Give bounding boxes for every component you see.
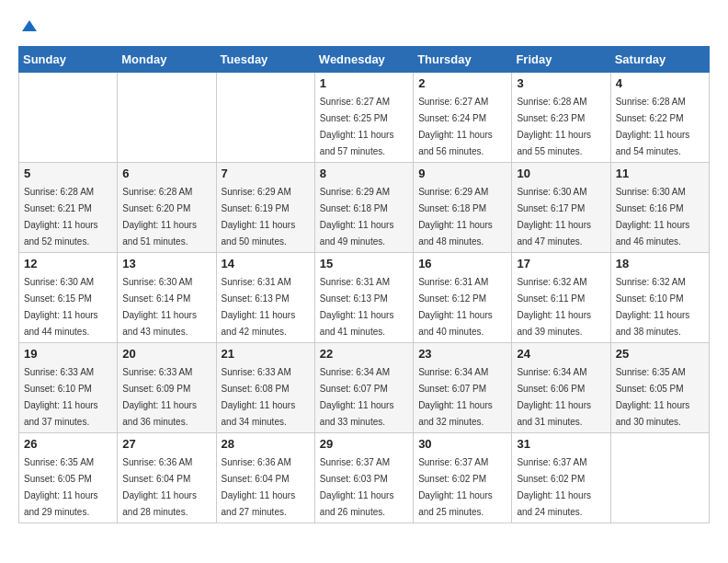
day-number: 12: [24, 257, 112, 270]
calendar-table: SundayMondayTuesdayWednesdayThursdayFrid…: [18, 46, 710, 523]
day-info: Sunrise: 6:31 AMSunset: 6:13 PMDaylight:…: [320, 277, 394, 337]
day-info: Sunrise: 6:33 AMSunset: 6:10 PMDaylight:…: [24, 367, 98, 427]
weekday-header: Tuesday: [216, 47, 314, 73]
day-info: Sunrise: 6:28 AMSunset: 6:23 PMDaylight:…: [517, 97, 591, 156]
day-number: 20: [122, 347, 210, 361]
calendar-cell: 21 Sunrise: 6:33 AMSunset: 6:08 PMDaylig…: [216, 343, 314, 433]
weekday-header: Wednesday: [314, 47, 413, 73]
calendar-week-row: 1 Sunrise: 6:27 AMSunset: 6:25 PMDayligh…: [19, 73, 710, 163]
day-info: Sunrise: 6:30 AMSunset: 6:17 PMDaylight:…: [517, 187, 591, 247]
weekday-header: Friday: [512, 47, 610, 73]
calendar-cell: 11 Sunrise: 6:30 AMSunset: 6:16 PMDaylig…: [610, 163, 709, 253]
calendar-cell: 22 Sunrise: 6:34 AMSunset: 6:07 PMDaylig…: [314, 343, 413, 433]
calendar-cell: 16 Sunrise: 6:31 AMSunset: 6:12 PMDaylig…: [414, 253, 512, 343]
calendar-cell: [610, 433, 709, 523]
logo-icon: [20, 18, 39, 37]
day-number: 29: [320, 437, 408, 451]
calendar-week-row: 19 Sunrise: 6:33 AMSunset: 6:10 PMDaylig…: [19, 343, 710, 433]
day-number: 22: [320, 347, 408, 361]
day-info: Sunrise: 6:28 AMSunset: 6:20 PMDaylight:…: [122, 187, 197, 247]
day-info: Sunrise: 6:29 AMSunset: 6:19 PMDaylight:…: [222, 187, 296, 247]
day-info: Sunrise: 6:32 AMSunset: 6:11 PMDaylight:…: [517, 277, 591, 337]
day-info: Sunrise: 6:37 AMSunset: 6:03 PMDaylight:…: [320, 457, 394, 517]
calendar-cell: 23 Sunrise: 6:34 AMSunset: 6:07 PMDaylig…: [414, 343, 512, 433]
calendar-cell: 14 Sunrise: 6:31 AMSunset: 6:13 PMDaylig…: [216, 253, 314, 343]
calendar-cell: 1 Sunrise: 6:27 AMSunset: 6:25 PMDayligh…: [314, 73, 413, 163]
calendar-cell: 15 Sunrise: 6:31 AMSunset: 6:13 PMDaylig…: [314, 253, 413, 343]
calendar-cell: 27 Sunrise: 6:36 AMSunset: 6:04 PMDaylig…: [118, 433, 216, 523]
day-number: 21: [222, 347, 310, 361]
day-number: 19: [24, 347, 112, 361]
day-number: 14: [222, 257, 310, 270]
day-info: Sunrise: 6:29 AMSunset: 6:18 PMDaylight:…: [418, 187, 493, 247]
day-number: 27: [122, 437, 210, 451]
calendar-cell: [118, 73, 216, 163]
day-info: Sunrise: 6:37 AMSunset: 6:02 PMDaylight:…: [517, 457, 591, 517]
page-header: [18, 18, 710, 37]
day-number: 18: [616, 257, 704, 270]
day-info: Sunrise: 6:27 AMSunset: 6:25 PMDaylight:…: [320, 97, 394, 156]
calendar-cell: 5 Sunrise: 6:28 AMSunset: 6:21 PMDayligh…: [19, 163, 118, 253]
calendar-cell: 19 Sunrise: 6:33 AMSunset: 6:10 PMDaylig…: [19, 343, 118, 433]
day-number: 15: [320, 257, 408, 270]
day-number: 6: [122, 167, 210, 180]
calendar-cell: 30 Sunrise: 6:37 AMSunset: 6:02 PMDaylig…: [414, 433, 512, 523]
day-number: 26: [24, 437, 112, 451]
day-number: 8: [320, 167, 408, 180]
day-number: 28: [222, 437, 310, 451]
calendar-header-row: SundayMondayTuesdayWednesdayThursdayFrid…: [19, 47, 710, 73]
weekday-header: Monday: [118, 47, 216, 73]
calendar-cell: 10 Sunrise: 6:30 AMSunset: 6:17 PMDaylig…: [512, 163, 610, 253]
day-number: 5: [24, 167, 112, 180]
day-number: 23: [418, 347, 506, 361]
calendar-week-row: 12 Sunrise: 6:30 AMSunset: 6:15 PMDaylig…: [19, 253, 710, 343]
day-info: Sunrise: 6:32 AMSunset: 6:10 PMDaylight:…: [616, 277, 690, 337]
day-number: 7: [222, 167, 310, 180]
calendar-week-row: 5 Sunrise: 6:28 AMSunset: 6:21 PMDayligh…: [19, 163, 710, 253]
day-number: 31: [517, 437, 605, 451]
calendar-cell: 2 Sunrise: 6:27 AMSunset: 6:24 PMDayligh…: [414, 73, 512, 163]
day-info: Sunrise: 6:34 AMSunset: 6:07 PMDaylight:…: [418, 367, 493, 427]
calendar-cell: 24 Sunrise: 6:34 AMSunset: 6:06 PMDaylig…: [512, 343, 610, 433]
day-number: 10: [517, 167, 605, 180]
day-info: Sunrise: 6:36 AMSunset: 6:04 PMDaylight:…: [122, 457, 197, 517]
calendar-cell: 31 Sunrise: 6:37 AMSunset: 6:02 PMDaylig…: [512, 433, 610, 523]
day-info: Sunrise: 6:27 AMSunset: 6:24 PMDaylight:…: [418, 97, 493, 156]
day-info: Sunrise: 6:30 AMSunset: 6:16 PMDaylight:…: [616, 187, 690, 247]
calendar-cell: 7 Sunrise: 6:29 AMSunset: 6:19 PMDayligh…: [216, 163, 314, 253]
weekday-header: Saturday: [610, 47, 709, 73]
day-number: 30: [418, 437, 506, 451]
weekday-header: Thursday: [414, 47, 512, 73]
calendar-cell: 17 Sunrise: 6:32 AMSunset: 6:11 PMDaylig…: [512, 253, 610, 343]
day-info: Sunrise: 6:30 AMSunset: 6:14 PMDaylight:…: [122, 277, 197, 337]
calendar-cell: 18 Sunrise: 6:32 AMSunset: 6:10 PMDaylig…: [610, 253, 709, 343]
day-info: Sunrise: 6:31 AMSunset: 6:13 PMDaylight:…: [222, 277, 296, 337]
day-number: 3: [517, 76, 605, 90]
day-number: 11: [616, 167, 704, 180]
day-info: Sunrise: 6:28 AMSunset: 6:21 PMDaylight:…: [24, 187, 98, 247]
day-number: 4: [616, 76, 704, 90]
day-number: 17: [517, 257, 605, 270]
calendar-cell: 26 Sunrise: 6:35 AMSunset: 6:05 PMDaylig…: [19, 433, 118, 523]
calendar-cell: 9 Sunrise: 6:29 AMSunset: 6:18 PMDayligh…: [414, 163, 512, 253]
calendar-cell: 4 Sunrise: 6:28 AMSunset: 6:22 PMDayligh…: [610, 73, 709, 163]
day-info: Sunrise: 6:33 AMSunset: 6:09 PMDaylight:…: [122, 367, 197, 427]
day-info: Sunrise: 6:29 AMSunset: 6:18 PMDaylight:…: [320, 187, 394, 247]
calendar-week-row: 26 Sunrise: 6:35 AMSunset: 6:05 PMDaylig…: [19, 433, 710, 523]
calendar-cell: 28 Sunrise: 6:36 AMSunset: 6:04 PMDaylig…: [216, 433, 314, 523]
logo: [18, 18, 39, 37]
day-number: 24: [517, 347, 605, 361]
calendar-cell: 20 Sunrise: 6:33 AMSunset: 6:09 PMDaylig…: [118, 343, 216, 433]
calendar-cell: [216, 73, 314, 163]
day-number: 2: [418, 76, 506, 90]
calendar-cell: 3 Sunrise: 6:28 AMSunset: 6:23 PMDayligh…: [512, 73, 610, 163]
svg-marker-0: [22, 20, 37, 31]
day-number: 16: [418, 257, 506, 270]
calendar-cell: 13 Sunrise: 6:30 AMSunset: 6:14 PMDaylig…: [118, 253, 216, 343]
day-info: Sunrise: 6:31 AMSunset: 6:12 PMDaylight:…: [418, 277, 493, 337]
day-number: 25: [616, 347, 704, 361]
day-info: Sunrise: 6:33 AMSunset: 6:08 PMDaylight:…: [222, 367, 296, 427]
day-info: Sunrise: 6:34 AMSunset: 6:06 PMDaylight:…: [517, 367, 591, 427]
calendar-cell: 12 Sunrise: 6:30 AMSunset: 6:15 PMDaylig…: [19, 253, 118, 343]
day-number: 9: [418, 167, 506, 180]
